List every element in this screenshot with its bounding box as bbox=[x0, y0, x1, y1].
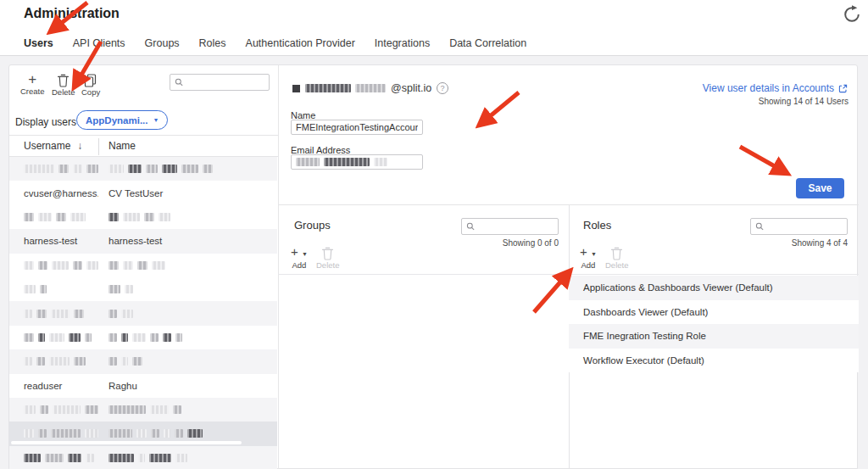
table-cell: cvuser@harness.io bbox=[9, 188, 98, 198]
roles-search-input[interactable] bbox=[767, 221, 843, 232]
redacted-block bbox=[74, 310, 84, 318]
redacted-block bbox=[123, 213, 140, 221]
email-input[interactable] bbox=[291, 154, 423, 170]
table-cell bbox=[98, 213, 277, 221]
redacted-block bbox=[355, 84, 386, 92]
search-icon bbox=[175, 77, 183, 87]
table-cell bbox=[9, 405, 98, 414]
create-user-button[interactable]: + Create bbox=[20, 73, 45, 96]
list-item[interactable]: Applications & Dashboards Viewer (Defaul… bbox=[569, 276, 859, 300]
view-accounts-link[interactable]: View user details in Accounts bbox=[703, 82, 848, 94]
name-input[interactable] bbox=[291, 120, 423, 135]
redacted-block bbox=[121, 333, 128, 342]
redacted-block bbox=[203, 165, 213, 173]
table-cell bbox=[98, 310, 277, 318]
table-cell bbox=[98, 285, 277, 293]
table-row[interactable] bbox=[9, 349, 277, 373]
column-username[interactable]: Username bbox=[9, 140, 70, 152]
roles-toolbar-divider bbox=[569, 274, 859, 275]
table-cell bbox=[98, 261, 277, 270]
table-cell bbox=[98, 454, 277, 462]
table-row[interactable] bbox=[9, 398, 277, 422]
redacted-block bbox=[85, 333, 92, 342]
redacted-block bbox=[144, 213, 154, 221]
column-name[interactable]: Name bbox=[108, 140, 136, 152]
table-row[interactable] bbox=[9, 277, 277, 301]
redacted-block bbox=[24, 213, 34, 221]
redacted-block bbox=[70, 213, 86, 221]
create-label: Create bbox=[20, 87, 45, 96]
user-source-dropdown[interactable]: AppDynami... ▼ bbox=[76, 110, 168, 130]
table-cell bbox=[9, 285, 98, 293]
table-row[interactable] bbox=[9, 446, 277, 469]
table-row[interactable]: harness-testharness-test bbox=[9, 229, 277, 253]
table-row[interactable] bbox=[9, 326, 277, 349]
column-divider bbox=[98, 138, 99, 155]
redacted-block bbox=[86, 261, 98, 270]
redacted-block bbox=[324, 158, 370, 166]
redacted-block bbox=[51, 310, 70, 318]
groups-delete-button[interactable]: Delete bbox=[316, 247, 339, 270]
search-icon bbox=[466, 221, 475, 232]
groups-add-button[interactable]: + ▼ Add bbox=[291, 246, 308, 270]
sort-desc-icon[interactable]: ↓ bbox=[77, 140, 82, 152]
redacted-block bbox=[136, 429, 147, 438]
delete-user-button[interactable]: Delete bbox=[52, 74, 75, 97]
table-row[interactable] bbox=[9, 301, 277, 325]
table-cell bbox=[9, 165, 98, 173]
redacted-block bbox=[132, 333, 146, 342]
users-admin-card: + Create Delete Copy Showing 14 of 14 Us… bbox=[8, 64, 858, 469]
roles-add-button[interactable]: + ▼ Add bbox=[580, 246, 597, 270]
table-cell bbox=[98, 165, 277, 173]
roles-delete-button[interactable]: Delete bbox=[605, 247, 628, 270]
groups-search-input[interactable] bbox=[478, 221, 554, 232]
redacted-block bbox=[121, 310, 133, 318]
save-button[interactable]: Save bbox=[796, 178, 844, 198]
redacted-block bbox=[38, 261, 48, 270]
table-row[interactable] bbox=[9, 205, 277, 229]
redacted-block bbox=[108, 333, 117, 342]
link-label: View user details in Accounts bbox=[703, 82, 834, 94]
redacted-block bbox=[187, 429, 203, 438]
redacted-block bbox=[146, 165, 158, 173]
list-item[interactable]: Dashboards Viewer (Default) bbox=[569, 300, 859, 325]
table-cell bbox=[98, 429, 277, 438]
refresh-icon[interactable] bbox=[843, 5, 861, 24]
redacted-block bbox=[73, 261, 83, 270]
table-cell bbox=[9, 454, 98, 462]
table-row[interactable]: readuserRaghu bbox=[9, 374, 277, 398]
email-domain: @split.io bbox=[391, 82, 431, 94]
user-search-input[interactable] bbox=[186, 77, 264, 87]
trash-icon bbox=[610, 247, 623, 260]
groups-count: Showing 0 of 0 bbox=[461, 238, 559, 248]
roles-list: Applications & Dashboards Viewer (Defaul… bbox=[569, 276, 859, 372]
table-cell bbox=[98, 357, 277, 366]
groups-toolbar-divider bbox=[278, 274, 569, 275]
table-cell bbox=[9, 310, 98, 318]
redacted-block bbox=[24, 333, 34, 342]
redacted-block bbox=[86, 165, 98, 173]
table-row[interactable] bbox=[9, 254, 277, 277]
copy-user-button[interactable]: Copy bbox=[81, 74, 100, 97]
redacted-block bbox=[36, 310, 47, 318]
redacted-block bbox=[52, 261, 68, 270]
list-item[interactable]: FME Inegration Testing Role bbox=[569, 324, 859, 349]
user-count: Showing 14 of 14 Users bbox=[759, 97, 849, 106]
table-cell bbox=[9, 261, 98, 270]
roles-title: Roles bbox=[583, 219, 611, 232]
horizontal-scrollbar[interactable] bbox=[11, 441, 242, 444]
redacted-block bbox=[296, 158, 320, 166]
redacted-block bbox=[108, 405, 146, 414]
dropdown-value: AppDynami... bbox=[86, 115, 147, 126]
help-icon[interactable]: ? bbox=[437, 82, 448, 94]
table-row[interactable]: cvuser@harness.ioCV TestUser bbox=[9, 181, 277, 204]
redacted-block bbox=[137, 261, 147, 270]
redacted-block bbox=[125, 285, 133, 293]
search-icon bbox=[755, 221, 764, 232]
table-cell: Raghu bbox=[98, 381, 277, 391]
redacted-block bbox=[173, 405, 181, 414]
redacted-block bbox=[108, 165, 124, 173]
redacted-block bbox=[181, 165, 198, 173]
list-item[interactable]: Workflow Executor (Default) bbox=[569, 349, 859, 373]
table-row[interactable] bbox=[9, 157, 277, 181]
